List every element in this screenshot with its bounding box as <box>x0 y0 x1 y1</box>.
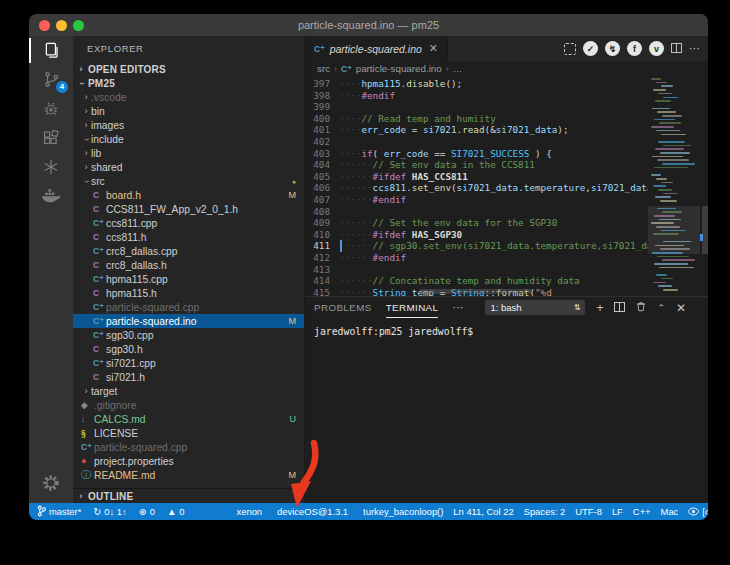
settings-gear-icon[interactable] <box>29 468 73 497</box>
code-line[interactable]: 409······// Set the env data for the SGP… <box>305 217 648 229</box>
status-mac[interactable]: Mac <box>661 506 679 517</box>
circle-v-button[interactable]: v <box>649 41 664 56</box>
tree-item-images[interactable]: ›images <box>73 118 304 132</box>
status-[off][interactable]: [off] <box>688 506 708 517</box>
tree-item-license[interactable]: §LICENSE <box>73 426 304 440</box>
tree-item-target[interactable]: ›target <box>73 384 304 398</box>
tree-item-particle-squared-ino[interactable]: C⁺particle-squared.inoM <box>73 314 304 328</box>
panel-more-icon[interactable]: ⋯ <box>452 301 463 314</box>
code-line[interactable]: 407······#endif <box>305 194 648 206</box>
tree-item-project-properties[interactable]: ●project.properties <box>73 454 304 468</box>
status-0-1-[interactable]: ↻0↓ 1↑ <box>93 506 126 517</box>
code-line[interactable]: 412······#endif <box>305 252 648 264</box>
local-compile-button[interactable] <box>564 43 576 55</box>
close-window-button[interactable] <box>39 20 50 31</box>
outline-section[interactable]: › OUTLINE <box>73 488 304 503</box>
code-line[interactable]: 402 <box>305 136 648 148</box>
circle-f-button[interactable]: f <box>627 41 642 56</box>
kill-terminal-icon[interactable] <box>636 301 646 314</box>
maximize-panel-icon[interactable]: ⌃ <box>657 302 665 314</box>
minimize-window-button[interactable] <box>56 20 67 31</box>
tree-item-hpma115-cpp[interactable]: C⁺hpma115.cpp <box>73 272 304 286</box>
code-line[interactable]: 408 <box>305 206 648 218</box>
tree-item-bin[interactable]: ›bin <box>73 104 304 118</box>
status-spaces-2[interactable]: Spaces: 2 <box>524 506 566 517</box>
split-editor-button[interactable] <box>671 43 682 55</box>
extensions-icon[interactable] <box>29 123 73 152</box>
explorer-icon[interactable] <box>29 36 73 65</box>
code-line[interactable]: 411······// sgp30.set_env(si7021_data.te… <box>305 240 648 252</box>
tree-item-si7021-cpp[interactable]: C⁺si7021.cpp <box>73 356 304 370</box>
breadcrumb[interactable]: src›C⁺particle-squared.ino›… <box>305 61 708 76</box>
minimap-slider[interactable] <box>648 206 700 254</box>
tree-item-particle-squared-cpp[interactable]: C⁺particle-squared.cpp <box>73 440 304 454</box>
terminal-output[interactable]: jaredwolff:pm25 jaredwolff$ <box>305 318 708 337</box>
breadcrumb-segment[interactable]: particle-squared.ino <box>356 63 442 74</box>
cloud-compile-button[interactable]: ✓ <box>583 41 598 56</box>
status-xenon[interactable]: xenon <box>237 506 263 517</box>
status-turkey-bacon[interactable]: turkey_bacon <box>363 506 419 517</box>
code-line[interactable]: 414······// Concatinate temp and humidit… <box>305 275 648 287</box>
status-lf[interactable]: LF <box>612 506 623 517</box>
debug-icon[interactable] <box>29 94 73 123</box>
particle-workbench-icon[interactable] <box>29 152 73 181</box>
code-line[interactable]: 403····if( err_code == SI7021_SUCCESS ) … <box>305 148 648 160</box>
minimap[interactable] <box>648 76 700 296</box>
horizontal-scrollbar[interactable] <box>420 289 532 294</box>
code-line[interactable]: 399 <box>305 101 648 113</box>
open-editors-section[interactable]: › OPEN EDITORS <box>73 62 304 76</box>
tree-item--gitignore[interactable]: ◈.gitignore <box>73 398 304 412</box>
tree-item-board-h[interactable]: Cboard.hM <box>73 188 304 202</box>
tree-item-readme-md[interactable]: ⓘREADME.mdM <box>73 468 304 482</box>
code-line[interactable]: 406······ccs811.set_env(si7021_data.temp… <box>305 182 648 194</box>
breadcrumb-segment[interactable]: src <box>317 63 330 74</box>
status-0[interactable]: ▲0 <box>167 506 185 517</box>
tab-particle-squared-ino[interactable]: C⁺ particle-squared.ino ✕ <box>305 36 448 61</box>
code-line[interactable]: 397····hpma115.disable(); <box>305 78 648 90</box>
code-line[interactable]: 410······#ifdef HAS_SGP30 <box>305 229 648 241</box>
code-line[interactable]: 404······// Set env data in the CCS811 <box>305 159 648 171</box>
status-ln-411-col-22[interactable]: Ln 411, Col 22 <box>453 506 513 517</box>
tree-item-shared[interactable]: ›shared <box>73 160 304 174</box>
close-panel-icon[interactable]: ✕ <box>676 302 686 314</box>
code-line[interactable]: 413 <box>305 264 648 276</box>
code-line[interactable]: 398····#endif <box>305 90 648 102</box>
tree-item-particle-squared-cpp[interactable]: C⁺particle-squared.cpp <box>73 300 304 314</box>
status-c-[interactable]: C++ <box>633 506 651 517</box>
tree-item--vscode[interactable]: ›.vscode <box>73 90 304 104</box>
source-control-icon[interactable]: 4 <box>29 65 73 94</box>
tab-terminal[interactable]: TERMINAL <box>386 297 439 318</box>
cloud-flash-button[interactable]: ↯ <box>605 41 620 56</box>
status-0[interactable]: ⊗0 <box>139 506 155 517</box>
code-editor[interactable]: 397····hpma115.disable();398····#endif39… <box>305 76 708 296</box>
split-terminal-icon[interactable] <box>614 302 625 314</box>
status-deviceos@1-3-1[interactable]: deviceOS@1.3.1 <box>277 506 348 517</box>
status-utf-8[interactable]: UTF-8 <box>575 506 602 517</box>
code-line[interactable]: 401····err_code = si7021.read(&si7021_da… <box>305 124 648 136</box>
status-master-[interactable]: master* <box>37 505 81 518</box>
tree-item-sgp30-cpp[interactable]: C⁺sgp30.cpp <box>73 328 304 342</box>
tab-close-icon[interactable]: ✕ <box>429 42 438 55</box>
breadcrumb-segment[interactable]: … <box>453 63 463 74</box>
code-line[interactable]: 400····// Read temp and humiity <box>305 113 648 125</box>
tree-item-sgp30-h[interactable]: Csgp30.h <box>73 342 304 356</box>
tree-item-crc8-dallas-cpp[interactable]: C⁺crc8_dallas.cpp <box>73 244 304 258</box>
docker-icon[interactable] <box>29 181 73 210</box>
tree-item-ccs811-cpp[interactable]: C⁺ccs811.cpp <box>73 216 304 230</box>
status-loop-[interactable]: loop() <box>419 506 443 517</box>
tree-item-src[interactable]: ›src● <box>73 174 304 188</box>
tree-item-lib[interactable]: ›lib <box>73 146 304 160</box>
zoom-window-button[interactable] <box>73 20 84 31</box>
vertical-scrollbar[interactable] <box>702 206 708 254</box>
project-section[interactable]: › PM25 <box>73 76 304 90</box>
new-terminal-icon[interactable]: + <box>596 302 603 314</box>
more-actions-button[interactable]: ⋯ <box>689 42 700 55</box>
tree-item-calcs-md[interactable]: ↓CALCS.mdU <box>73 412 304 426</box>
tree-item-ccs811-h[interactable]: Cccs811.h <box>73 230 304 244</box>
tree-item-hpma115-h[interactable]: Chpma115.h <box>73 286 304 300</box>
tree-item-include[interactable]: ›include <box>73 132 304 146</box>
tree-item-si7021-h[interactable]: Csi7021.h <box>73 370 304 384</box>
tree-item-crc8-dallas-h[interactable]: Ccrc8_dallas.h <box>73 258 304 272</box>
code-line[interactable]: 405······#ifdef HAS_CCS811 <box>305 171 648 183</box>
tab-problems[interactable]: PROBLEMS <box>314 297 372 318</box>
